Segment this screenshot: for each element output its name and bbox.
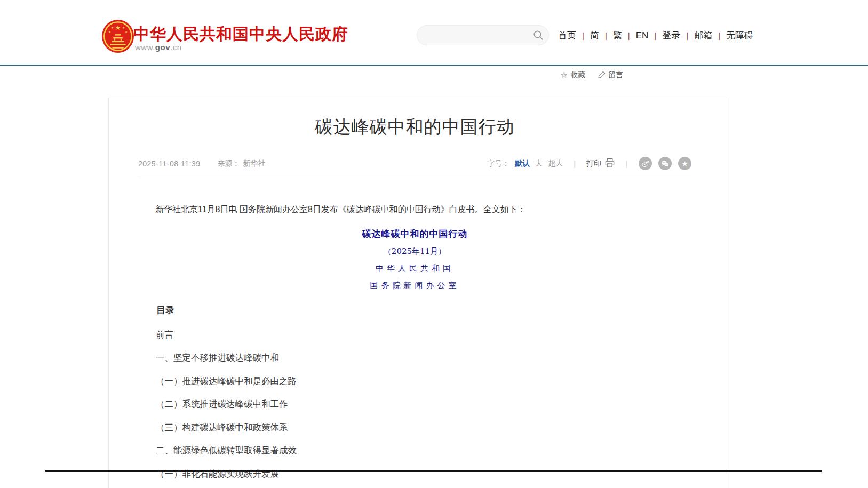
print-label: 打印 <box>586 159 601 169</box>
nav-home[interactable]: 首页 <box>558 29 590 42</box>
toc-item-preface[interactable]: 前言 <box>138 330 691 339</box>
meta-right: 字号： 默认 大 超大 | 打印 | <box>487 157 691 170</box>
site-url-suffix: .cn <box>170 43 182 52</box>
print-button[interactable]: 打印 <box>586 158 615 170</box>
national-emblem-icon: ★ ★ ★ ★ ★ <box>101 19 134 53</box>
nav-mail[interactable]: 邮箱 <box>694 29 726 42</box>
site-url: www.gov.cn <box>135 43 182 52</box>
toc-list: 前言 一、坚定不移推进碳达峰碳中和 （一）推进碳达峰碳中和是必由之路 （二）系统… <box>138 330 691 478</box>
meta-separator: | <box>626 159 628 168</box>
document-org-line2: 国务院新闻办公室 <box>138 281 691 291</box>
site-url-gov: gov <box>155 43 170 52</box>
toc-item-section1[interactable]: 一、坚定不移推进碳达峰碳中和 <box>138 353 691 362</box>
page-tools: ☆ 收藏 留言 <box>560 70 623 80</box>
header-divider <box>0 65 868 66</box>
site-title: 中华人民共和国中央人民政府 <box>133 23 348 45</box>
nav-english[interactable]: EN <box>636 30 663 41</box>
favorite-button[interactable]: ☆ 收藏 <box>560 70 585 80</box>
toc-item-section1-1[interactable]: （一）推进碳达峰碳中和是必由之路 <box>138 377 691 386</box>
toc-heading: 目录 <box>138 304 691 316</box>
nav-traditional[interactable]: 繁 <box>613 29 636 42</box>
svg-text:★: ★ <box>111 26 114 29</box>
document-heading-block: 碳达峰碳中和的中国行动 （2025年11月） 中华人民共和国 国务院新闻办公室 <box>138 228 691 291</box>
message-button[interactable]: 留言 <box>598 70 623 80</box>
toc-item-section1-2[interactable]: （二）系统推进碳达峰碳中和工作 <box>138 399 691 409</box>
meta-separator: | <box>574 159 576 168</box>
font-size-large-button[interactable]: 大 <box>535 159 543 169</box>
publish-date: 2025-11-08 11:39 <box>138 159 200 168</box>
site-url-prefix: www. <box>135 43 155 52</box>
pencil-icon <box>598 71 606 80</box>
article-title: 碳达峰碳中和的中国行动 <box>138 116 691 138</box>
toc-item-section1-3[interactable]: （三）构建碳达峰碳中和政策体系 <box>138 423 691 432</box>
toc-item-section2[interactable]: 二、能源绿色低碳转型取得显著成效 <box>138 446 691 455</box>
svg-text:★: ★ <box>115 24 121 31</box>
search-input[interactable] <box>427 31 533 40</box>
document-org-line1: 中华人民共和国 <box>138 263 691 274</box>
meta-divider <box>138 178 691 178</box>
article-container: 碳达峰碳中和的中国行动 2025-11-08 11:39 来源： 新华社 字号：… <box>108 98 726 488</box>
font-size-xlarge-button[interactable]: 超大 <box>548 159 563 169</box>
wechat-icon[interactable] <box>658 157 672 170</box>
font-size-default-button[interactable]: 默认 <box>515 159 530 169</box>
qzone-star-glyph: ★ <box>681 160 688 167</box>
search-box[interactable] <box>417 25 549 45</box>
nav-simplified[interactable]: 简 <box>590 29 613 42</box>
article-meta-row: 2025-11-08 11:39 来源： 新华社 字号： 默认 大 超大 | 打… <box>138 157 691 171</box>
search-icon[interactable] <box>533 30 544 41</box>
bottom-edge-bar <box>45 470 822 472</box>
svg-text:★: ★ <box>125 30 128 34</box>
svg-text:★: ★ <box>108 30 111 34</box>
top-nav: 首页 简 繁 EN 登录 邮箱 无障碍 <box>558 29 753 42</box>
font-size-label: 字号： <box>487 159 509 169</box>
nav-accessibility[interactable]: 无障碍 <box>726 29 753 42</box>
favorite-label: 收藏 <box>570 70 585 80</box>
source-label: 来源： <box>217 159 240 169</box>
lead-paragraph: 新华社北京11月8日电 国务院新闻办公室8日发布《碳达峰碳中和的中国行动》白皮书… <box>138 203 691 216</box>
printer-icon <box>604 158 615 170</box>
star-outline-icon: ☆ <box>560 71 568 79</box>
source-value[interactable]: 新华社 <box>243 159 265 169</box>
weibo-icon[interactable] <box>639 157 652 170</box>
site-header: ★ ★ ★ ★ ★ 中华人民共和国中央人民政府 www.gov.cn 首页 简 … <box>0 0 868 65</box>
document-date: （2025年11月） <box>138 246 691 257</box>
meta-left: 2025-11-08 11:39 来源： 新华社 <box>138 159 265 169</box>
qzone-star-icon[interactable]: ★ <box>678 157 691 170</box>
svg-text:★: ★ <box>122 26 125 29</box>
document-title: 碳达峰碳中和的中国行动 <box>138 228 691 240</box>
message-label: 留言 <box>608 70 623 80</box>
nav-login[interactable]: 登录 <box>662 29 694 42</box>
